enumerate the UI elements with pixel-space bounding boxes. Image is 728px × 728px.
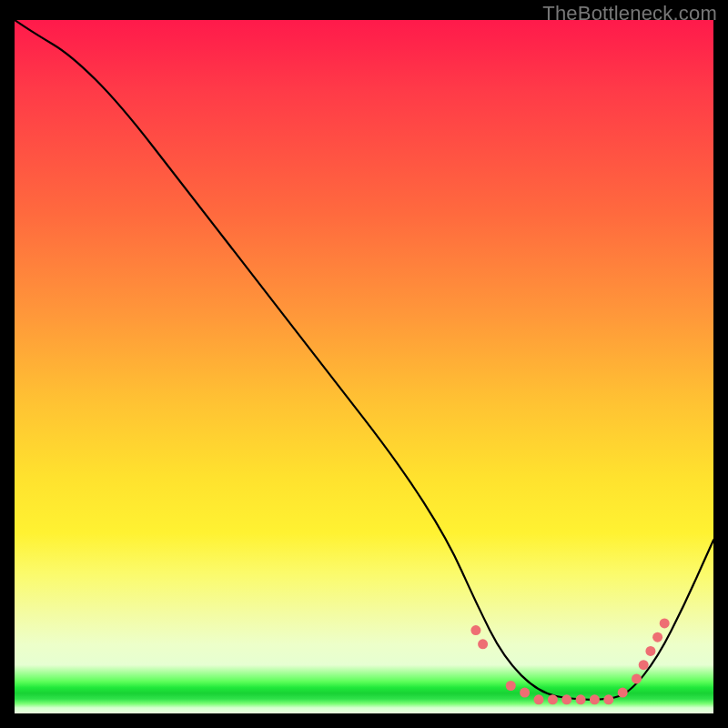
- marker-dot: [632, 673, 642, 683]
- marker-dot: [618, 688, 628, 698]
- marker-dot: [652, 632, 662, 642]
- chart-root: TheBottleneck.com: [0, 0, 728, 728]
- marker-dot: [645, 646, 655, 656]
- bottleneck-curve: [15, 20, 713, 700]
- marker-dot: [548, 694, 558, 704]
- marker-dots: [470, 618, 669, 704]
- marker-dot: [478, 639, 488, 649]
- marker-dot: [534, 694, 544, 704]
- plot-area: [15, 20, 713, 713]
- marker-dot: [561, 694, 571, 704]
- marker-dot: [576, 694, 586, 704]
- marker-dot: [470, 625, 480, 635]
- marker-dot: [603, 694, 613, 704]
- marker-dot: [520, 688, 530, 698]
- marker-dot: [590, 694, 600, 704]
- marker-dot: [660, 618, 670, 628]
- marker-dot: [639, 660, 649, 670]
- chart-overlay-svg: [15, 20, 713, 713]
- marker-dot: [506, 681, 516, 691]
